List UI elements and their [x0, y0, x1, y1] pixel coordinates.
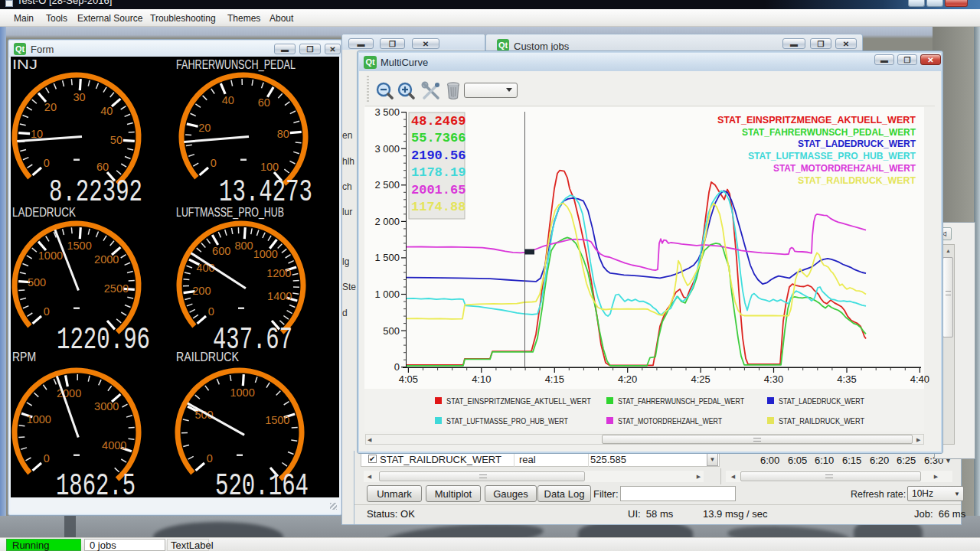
svg-text:STAT_LUFTMASSE_PRO_HUB_WERT: STAT_LUFTMASSE_PRO_HUB_WERT — [748, 150, 916, 161]
svg-text:4:10: 4:10 — [472, 373, 491, 385]
svg-text:STAT_MOTORDREHZAHL_WERT: STAT_MOTORDREHZAHL_WERT — [618, 416, 722, 425]
svg-text:2190.56: 2190.56 — [411, 148, 466, 163]
svg-text:1178.19: 1178.19 — [411, 165, 466, 180]
svg-text:3 000: 3 000 — [374, 143, 400, 155]
svg-text:STAT_EINSPRITZMENGE_AKTUELL_WE: STAT_EINSPRITZMENGE_AKTUELL_WERT — [446, 396, 591, 406]
svg-text:STAT_RAILDRUCK_WERT: STAT_RAILDRUCK_WERT — [798, 174, 916, 186]
svg-text:2 500: 2 500 — [374, 179, 400, 191]
svg-text:3 500: 3 500 — [374, 106, 400, 118]
svg-text:1 500: 1 500 — [374, 252, 400, 263]
svg-text:1 000: 1 000 — [374, 289, 400, 300]
svg-text:STAT_LADEDRUCK_WERT: STAT_LADEDRUCK_WERT — [798, 138, 916, 149]
svg-text:STAT_RAILDRUCK_WERT: STAT_RAILDRUCK_WERT — [779, 416, 864, 425]
svg-text:2 000: 2 000 — [374, 216, 400, 227]
svg-text:STAT_MOTORDREHZAHL_WERT: STAT_MOTORDREHZAHL_WERT — [773, 162, 916, 174]
svg-text:4:30: 4:30 — [764, 373, 783, 385]
svg-text:4:35: 4:35 — [837, 373, 856, 385]
svg-text:4:40: 4:40 — [910, 373, 929, 385]
svg-text:STAT_LUFTMASSE_PRO_HUB_WERT: STAT_LUFTMASSE_PRO_HUB_WERT — [446, 416, 568, 425]
svg-text:48.2469: 48.2469 — [411, 114, 466, 129]
svg-text:STAT_FAHRERWUNSCH_PEDAL_WERT: STAT_FAHRERWUNSCH_PEDAL_WERT — [618, 396, 744, 406]
svg-text:4:05: 4:05 — [399, 373, 418, 385]
svg-text:0: 0 — [394, 361, 400, 373]
svg-text:1174.88: 1174.88 — [411, 200, 466, 214]
svg-text:55.7366: 55.7366 — [411, 131, 466, 145]
svg-text:4:15: 4:15 — [545, 373, 564, 385]
svg-text:STAT_LADEDRUCK_WERT: STAT_LADEDRUCK_WERT — [779, 396, 864, 406]
svg-text:500: 500 — [383, 325, 400, 337]
svg-text:4:25: 4:25 — [691, 373, 710, 385]
svg-text:STAT_EINSPRITZMENGE_AKTUELL_WE: STAT_EINSPRITZMENGE_AKTUELL_WERT — [717, 114, 916, 126]
svg-text:4:20: 4:20 — [618, 373, 637, 385]
svg-text:STAT_FAHRERWUNSCH_PEDAL_WERT: STAT_FAHRERWUNSCH_PEDAL_WERT — [742, 126, 916, 138]
svg-text:2001.65: 2001.65 — [411, 183, 466, 197]
